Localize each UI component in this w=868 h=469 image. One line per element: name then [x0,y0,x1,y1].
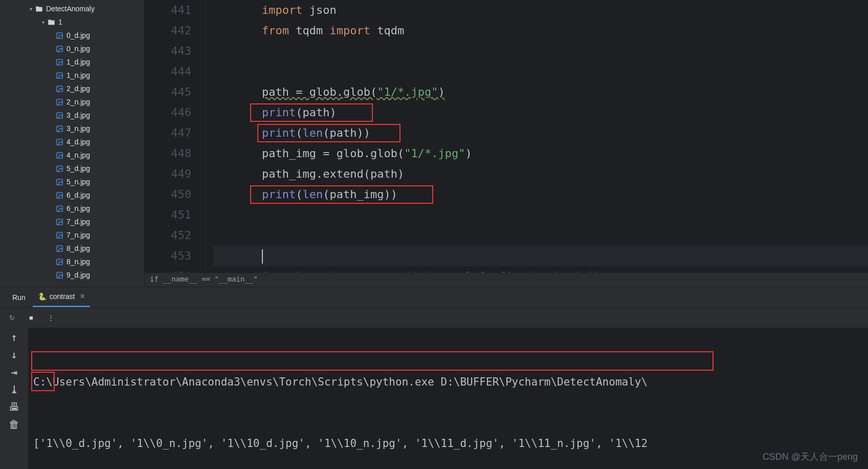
svg-point-13 [58,114,59,115]
image-icon [55,218,63,226]
image-icon [55,151,63,159]
tree-file[interactable]: 1_d.jpg [0,55,144,69]
svg-point-3 [58,47,59,48]
tree-folder-1[interactable]: ▾ 1 [0,15,144,29]
watermark: CSDN @天人合一peng [763,451,858,463]
line-number-gutter: 4414424434444454464474484494504514524534… [145,0,206,272]
print-icon[interactable]: 🖶 [9,401,20,413]
image-icon [55,124,63,133]
line-number: 443 [145,41,191,61]
image-icon [55,191,63,199]
code-editor[interactable]: 4414424434444454464474484494504514524534… [145,0,868,287]
svg-point-31 [58,233,59,234]
tree-folder-label: 1 [58,18,62,26]
tree-file[interactable]: 3_d.jpg [0,109,144,122]
chevron-down-icon: ▾ [27,6,35,12]
line-number: 453 [145,246,191,266]
tree-folder-label: DetectAnomaly [46,5,95,13]
run-tab[interactable]: Run [5,293,33,302]
line-number: 441 [145,0,191,20]
close-icon[interactable]: × [80,292,85,301]
svg-point-21 [58,167,59,168]
folder-icon [35,5,43,13]
svg-point-9 [58,87,59,88]
console-toolbar: ↑ ↓ ⇥ ⤓ 🖶 🗑 [0,328,28,469]
image-icon [55,111,63,119]
line-number: 447 [145,123,191,143]
trash-icon[interactable]: 🗑 [9,419,20,430]
run-toolbar: ↻ ■ ⋮ [0,307,868,328]
line-number: 445 [145,82,191,102]
svg-point-25 [58,194,59,195]
run-panel: Run 🐍 contrast × ↻ ■ ⋮ ↑ ↓ ⇥ ⤓ 🖶 🗑 C:\Us… [0,287,868,469]
line-number: 452 [145,225,191,246]
tree-file[interactable]: 7_d.jpg [0,215,144,228]
tree-file[interactable]: 2_d.jpg [0,82,144,95]
run-file-tab[interactable]: 🐍 contrast × [33,287,90,307]
chevron-down-icon: ▾ [39,19,47,25]
tree-file[interactable]: 9_d.jpg [0,268,144,282]
stop-button[interactable]: ■ [26,312,37,324]
line-number: 454 [145,266,191,272]
line-number: 444 [145,61,191,82]
project-tree[interactable]: ▾ DetectAnomaly ▾ 1 0_d.jpg0_n.jpg1_d.jp… [0,0,145,287]
down-icon[interactable]: ↓ [9,349,20,360]
tree-file[interactable]: 5_n.jpg [0,175,144,188]
tree-file[interactable]: 7_n.jpg [0,228,144,242]
svg-point-27 [58,207,59,208]
line-number: 446 [145,102,191,123]
tree-file[interactable]: 4_d.jpg [0,135,144,148]
image-icon [55,231,63,239]
line-number: 449 [145,164,191,184]
svg-point-17 [58,140,59,141]
console-output[interactable]: C:\Users\Administrator\Anaconda3\envs\To… [28,328,868,469]
line-number: 442 [145,20,191,41]
image-icon [55,31,63,39]
image-icon [55,271,63,279]
image-icon [55,98,63,106]
svg-point-7 [58,74,59,75]
image-icon [55,71,63,79]
image-icon [55,58,63,66]
tree-file[interactable]: 2_n.jpg [0,95,144,109]
svg-point-29 [58,220,59,221]
svg-point-35 [58,260,59,261]
image-icon [55,138,63,146]
tree-file[interactable]: 3_n.jpg [0,122,144,135]
tree-file[interactable]: 4_n.jpg [0,148,144,162]
tree-folder-detectanomaly[interactable]: ▾ DetectAnomaly [0,2,144,15]
code-content[interactable]: import json from tqdm import tqdm path =… [206,0,868,272]
svg-point-15 [58,127,59,128]
line-number: 450 [145,184,191,205]
scroll-icon[interactable]: ⤓ [9,384,20,395]
tree-file[interactable]: 8_d.jpg [0,242,144,255]
tree-file[interactable]: 8_n.jpg [0,255,144,268]
folder-icon [47,18,55,26]
tree-file[interactable]: 6_d.jpg [0,188,144,202]
rerun-button[interactable]: ↻ [6,312,17,324]
svg-point-11 [58,100,59,101]
svg-point-33 [58,247,59,248]
tree-file[interactable]: 6_n.jpg [0,202,144,215]
soft-wrap-icon[interactable]: ⇥ [9,367,20,378]
up-icon[interactable]: ↑ [9,332,20,343]
run-tabs: Run 🐍 contrast × [0,287,868,307]
breadcrumb[interactable]: if __name__ == "__main__" [145,272,868,287]
line-number: 451 [145,205,191,225]
image-icon [55,45,63,53]
tree-file[interactable]: 0_d.jpg [0,29,144,42]
tree-file[interactable]: 0_n.jpg [0,42,144,55]
image-icon [55,244,63,252]
svg-point-1 [58,34,59,35]
image-icon [55,84,63,93]
svg-point-5 [58,60,59,61]
svg-point-37 [58,273,59,274]
tree-file[interactable]: 1_n.jpg [0,69,144,82]
more-icon[interactable]: ⋮ [45,312,56,324]
highlight-box [31,351,714,371]
svg-point-19 [58,154,59,155]
image-icon [55,258,63,266]
svg-point-23 [58,180,59,181]
tree-file[interactable]: 5_d.jpg [0,162,144,175]
image-icon [55,178,63,186]
